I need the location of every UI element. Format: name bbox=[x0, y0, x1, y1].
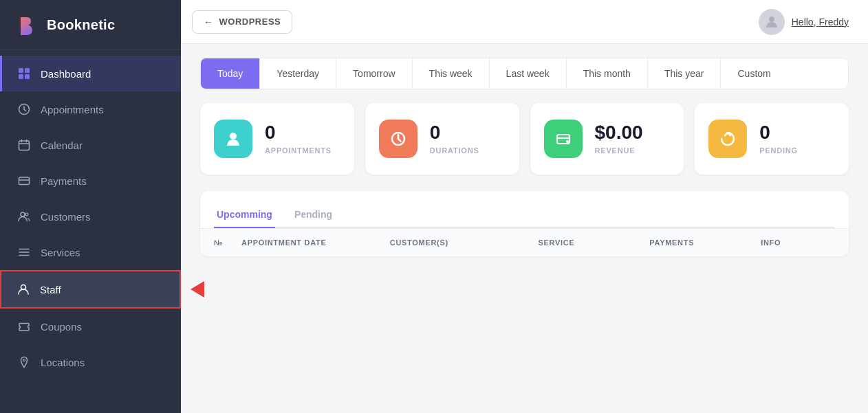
appointments-stat-info: 0 APPOINTMENTS bbox=[265, 123, 332, 155]
coupons-icon bbox=[17, 320, 31, 333]
hello-text[interactable]: Hello, Freddy bbox=[792, 16, 849, 27]
staff-icon bbox=[17, 282, 30, 296]
sidebar-item-dashboard[interactable]: Dashboard bbox=[0, 56, 181, 91]
sidebar-item-locations[interactable]: Locations bbox=[0, 344, 181, 380]
sidebar-item-dashboard-label: Dashboard bbox=[41, 68, 91, 80]
pending-stat-value: 0 bbox=[759, 123, 798, 142]
locations-icon bbox=[17, 355, 31, 369]
stat-card-revenue: $0.00 REVENUE bbox=[530, 103, 684, 175]
appointments-stat-value: 0 bbox=[265, 123, 332, 142]
appointments-icon bbox=[17, 102, 31, 116]
content-area: Today Yesterday Tomorrow This week Last … bbox=[181, 44, 868, 413]
period-tab-last-week[interactable]: Last week bbox=[490, 58, 567, 89]
user-info: Hello, Freddy bbox=[759, 9, 849, 35]
payments-icon bbox=[17, 174, 31, 188]
col-header-date: APPOINTMENT DATE bbox=[241, 238, 390, 247]
col-header-payments: PAYMENTS bbox=[649, 238, 761, 247]
sidebar-item-locations-label: Locations bbox=[41, 357, 85, 368]
svg-point-11 bbox=[23, 359, 25, 361]
durations-stat-info: 0 DURATIONS bbox=[430, 123, 479, 155]
pending-stat-icon bbox=[708, 120, 747, 158]
appointments-stat-icon bbox=[214, 120, 252, 158]
svg-point-8 bbox=[21, 212, 25, 216]
main-content: ← WORDPRESS Hello, Freddy Today Yesterda… bbox=[181, 0, 868, 413]
revenue-stat-value: $0.00 bbox=[595, 123, 643, 142]
period-tab-yesterday[interactable]: Yesterday bbox=[260, 58, 336, 89]
durations-stat-value: 0 bbox=[430, 123, 479, 142]
avatar bbox=[759, 9, 785, 35]
pending-stat-info: 0 PENDING bbox=[759, 123, 798, 155]
dashboard-icon bbox=[17, 67, 31, 80]
table-header: № APPOINTMENT DATE CUSTOMER(S) SERVICE P… bbox=[200, 228, 849, 256]
sidebar-item-calendar-label: Calendar bbox=[41, 139, 83, 151]
sidebar-item-coupons-label: Coupons bbox=[41, 321, 82, 333]
sidebar-item-services[interactable]: Services bbox=[0, 234, 181, 270]
section-tab-pending[interactable]: Pending bbox=[292, 202, 335, 228]
section-tab-upcomming[interactable]: Upcomming bbox=[214, 202, 275, 228]
period-tab-custom[interactable]: Custom bbox=[721, 58, 787, 89]
sidebar-item-payments[interactable]: Payments bbox=[0, 163, 181, 199]
customers-icon bbox=[17, 210, 31, 223]
svg-rect-6 bbox=[19, 141, 30, 150]
stat-card-pending: 0 PENDING bbox=[695, 103, 849, 175]
sidebar-item-calendar[interactable]: Calendar bbox=[0, 127, 181, 163]
revenue-stat-label: REVENUE bbox=[595, 146, 643, 155]
svg-rect-1 bbox=[19, 68, 23, 73]
svg-point-16 bbox=[566, 140, 569, 143]
services-icon bbox=[17, 245, 31, 259]
col-header-info: INFO bbox=[761, 238, 835, 247]
period-tab-this-week[interactable]: This week bbox=[413, 58, 490, 89]
svg-rect-2 bbox=[25, 68, 30, 73]
back-arrow-icon: ← bbox=[204, 16, 214, 27]
svg-point-12 bbox=[769, 16, 774, 22]
period-tab-this-month[interactable]: This month bbox=[567, 58, 648, 89]
booknetic-logo-icon bbox=[14, 12, 39, 37]
sidebar-item-customers-label: Customers bbox=[41, 211, 91, 223]
sidebar-item-appointments[interactable]: Appointments bbox=[0, 91, 181, 127]
period-tabs: Today Yesterday Tomorrow This week Last … bbox=[200, 58, 849, 89]
sidebar-item-appointments-label: Appointments bbox=[41, 104, 104, 115]
wordpress-btn-label: WORDPRESS bbox=[219, 16, 281, 27]
appointments-stat-label: APPOINTMENTS bbox=[265, 146, 332, 155]
svg-point-9 bbox=[25, 213, 28, 216]
revenue-stat-info: $0.00 REVENUE bbox=[595, 123, 643, 155]
sidebar-item-staff-label: Staff bbox=[40, 284, 61, 295]
sidebar-item-payments-label: Payments bbox=[41, 175, 87, 187]
revenue-stat-icon bbox=[544, 120, 583, 158]
sidebar-item-staff[interactable]: Staff bbox=[0, 270, 181, 309]
wordpress-button[interactable]: ← WORDPRESS bbox=[192, 10, 292, 34]
table-section: Upcomming Pending № APPOINTMENT DATE CUS… bbox=[200, 191, 849, 256]
section-tabs-header: Upcomming Pending bbox=[200, 191, 849, 228]
durations-stat-label: DURATIONS bbox=[430, 146, 479, 155]
col-header-service: SERVICE bbox=[539, 238, 650, 247]
sidebar-item-services-label: Services bbox=[41, 247, 80, 258]
stats-row: 0 APPOINTMENTS 0 DURATIONS bbox=[200, 103, 849, 175]
sidebar-item-customers[interactable]: Customers bbox=[0, 199, 181, 234]
durations-stat-icon bbox=[379, 120, 417, 158]
logo-text: Booknetic bbox=[47, 17, 115, 33]
staff-arrow-indicator bbox=[191, 281, 204, 298]
sidebar: Booknetic Dashboard Appoi bbox=[0, 0, 181, 413]
svg-rect-4 bbox=[25, 74, 30, 79]
stat-card-durations: 0 DURATIONS bbox=[365, 103, 519, 175]
header: ← WORDPRESS Hello, Freddy bbox=[181, 0, 868, 44]
sidebar-item-coupons[interactable]: Coupons bbox=[0, 309, 181, 344]
svg-rect-3 bbox=[19, 74, 23, 79]
pending-stat-label: PENDING bbox=[759, 146, 798, 155]
logo-area: Booknetic bbox=[0, 0, 181, 50]
svg-point-13 bbox=[230, 133, 237, 139]
col-header-no: № bbox=[214, 238, 241, 247]
sidebar-navigation: Dashboard Appointments Calendar bbox=[0, 50, 181, 413]
stat-card-appointments: 0 APPOINTMENTS bbox=[200, 103, 354, 175]
period-tab-this-year[interactable]: This year bbox=[648, 58, 721, 89]
col-header-customer: CUSTOMER(S) bbox=[390, 238, 539, 247]
period-tab-today[interactable]: Today bbox=[201, 58, 260, 89]
svg-rect-7 bbox=[19, 177, 30, 185]
calendar-icon bbox=[17, 138, 31, 152]
section-tabs: Upcomming Pending bbox=[214, 202, 835, 228]
period-tab-tomorrow[interactable]: Tomorrow bbox=[336, 58, 412, 89]
